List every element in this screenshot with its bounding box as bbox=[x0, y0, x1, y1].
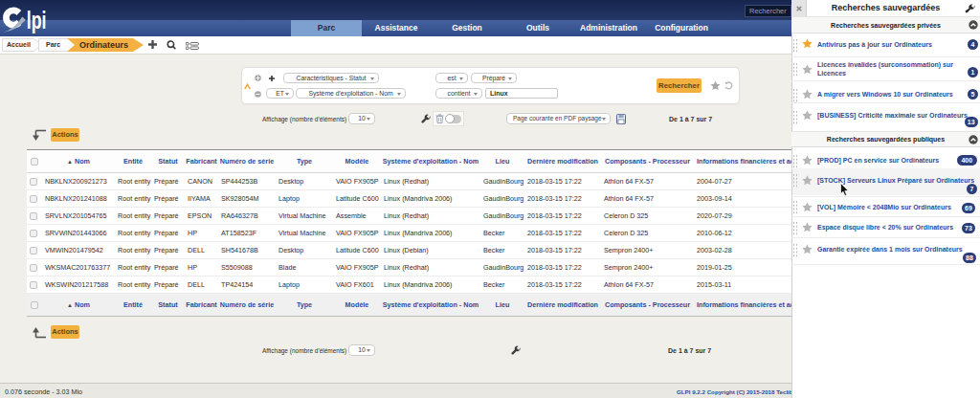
svg-text:lpi: lpi bbox=[27, 6, 47, 33]
